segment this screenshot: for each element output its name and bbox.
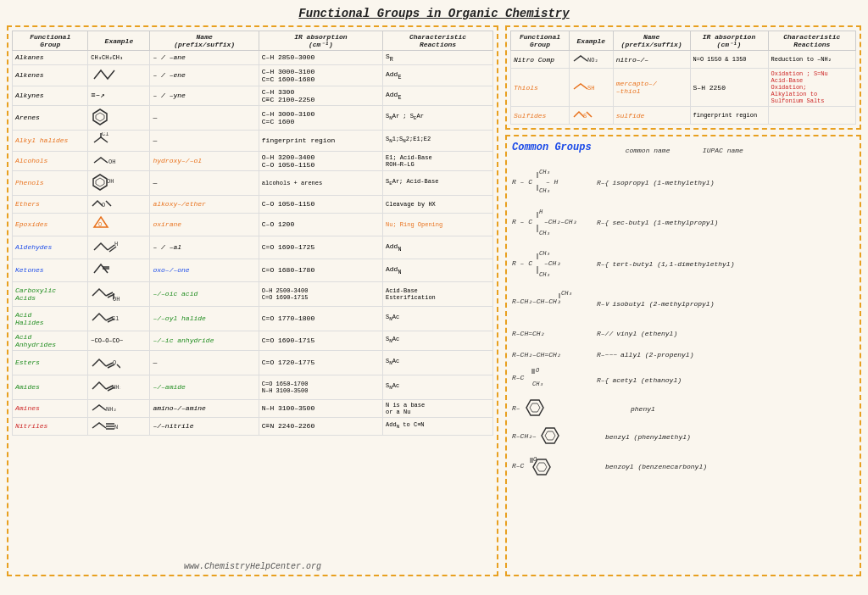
rt-col-reactions: CharacteristicReactions xyxy=(768,31,856,51)
list-item: R–C O CH₃ R–{ acetyl (ethanoyl) xyxy=(512,367,854,393)
reactions: N is a baseor a Nu xyxy=(383,399,493,417)
alcohol-structure: OH xyxy=(91,154,120,166)
ester-structure: O xyxy=(91,353,120,371)
right-panel: FunctionalGroup Example Name(prefix/suff… xyxy=(505,25,861,576)
col-reactions: CharacteristicReactions xyxy=(383,31,493,51)
common-groups-section: Common Groups common name IUPAC name R –… xyxy=(505,135,861,576)
group-name: Ethers xyxy=(13,195,88,213)
name: — xyxy=(150,130,259,151)
svg-text:R – C: R – C xyxy=(512,259,532,267)
reactions xyxy=(768,107,856,125)
reactions: AddN xyxy=(383,236,493,259)
reactions: E1; Acid-BaseROH→R–LG xyxy=(383,151,493,170)
tertbutyl-formula: R – C CH₃ CH₃ –CH₃ xyxy=(512,245,593,281)
reactions: SEAr; Acid-Base xyxy=(383,170,493,195)
group-name: AcidAnhydrides xyxy=(13,331,88,350)
name: – / –ene xyxy=(150,64,259,86)
name: hydroxy–/–ol xyxy=(150,151,259,170)
col-name: Name(prefix/suffix) xyxy=(150,31,259,51)
phenol-structure: OH xyxy=(91,173,120,192)
svg-text:R – C: R – C xyxy=(512,178,532,186)
list-item: R–CH₂–CH–CH₃ CH₃ R–∨ isobutyl (2-methylp… xyxy=(512,286,854,321)
phenyl-formula: R– xyxy=(512,397,563,419)
table-row: Alkenes – / –ene C–H 3000–3100C=C 1600–1… xyxy=(13,64,493,86)
svg-marker-1 xyxy=(96,113,104,121)
name: – / –yne xyxy=(150,86,259,105)
ir: fingerprint region xyxy=(690,107,768,125)
amine-structure: NH₂ xyxy=(91,402,120,414)
svg-text:OH: OH xyxy=(108,158,115,165)
svg-text:Cl: Cl xyxy=(112,315,119,322)
reactions: SNAc xyxy=(383,375,493,399)
right-top-table: FunctionalGroup Example Name(prefix/suff… xyxy=(510,31,856,125)
list-item: R – C CH₃ CH₃ – H R–{ isopropyl (1-methy… xyxy=(512,165,854,200)
nitro-structure: NO₂ xyxy=(572,53,604,64)
ir: fingerprint region xyxy=(259,130,382,151)
ir: N=O 1550 & 1350 xyxy=(690,51,768,69)
name: amino–/–amine xyxy=(150,399,259,417)
reactions: SN1;SN2;E1;E2 xyxy=(383,130,493,151)
example: O xyxy=(88,213,150,236)
nitrile-structure: N xyxy=(91,420,120,431)
reactions: AddN xyxy=(383,259,493,281)
svg-text:R–CH=CH₂: R–CH=CH₂ xyxy=(512,330,545,337)
ir: C–H 3300C≡C 2100–2250 xyxy=(259,86,382,105)
table-row: Alkanes CH₃CH₂CH₃ – / –ane C–H 2850–3000… xyxy=(13,51,493,65)
name: –/–oic acid xyxy=(150,281,259,306)
group-name: Arenes xyxy=(13,105,88,130)
reactions: AddN to C≡N xyxy=(383,417,493,435)
ir: C–O 1200 xyxy=(259,213,382,236)
svg-marker-76 xyxy=(537,463,547,471)
group-name: Aldehydes xyxy=(13,236,88,259)
name: –/–nitrile xyxy=(150,417,259,435)
col-example: Example xyxy=(88,31,150,51)
reactions: Reduction to –NH₂ xyxy=(768,51,856,69)
alkene-structure xyxy=(91,67,120,82)
example: Cl xyxy=(88,130,150,151)
group-name: Phenols xyxy=(13,170,88,195)
group-name: Sulfides xyxy=(511,107,570,125)
example: ~CO–O–CO~ xyxy=(88,331,150,350)
svg-text:H: H xyxy=(539,209,543,215)
svg-text:–CH₂–CH₃: –CH₂–CH₃ xyxy=(544,218,577,225)
svg-text:Cl: Cl xyxy=(102,132,108,137)
group-name: Nitro Comp xyxy=(511,51,570,69)
benzoyl-formula: R–C O xyxy=(512,453,576,478)
reactions: SR xyxy=(383,51,493,65)
svg-marker-66 xyxy=(526,400,543,415)
group-name: Nitriles xyxy=(13,417,88,435)
name: – / –al xyxy=(150,236,259,259)
svg-text:OH: OH xyxy=(113,296,120,303)
reactions: AddE xyxy=(383,86,493,105)
example xyxy=(88,64,150,86)
svg-text:R–: R– xyxy=(512,404,520,412)
example: NO₂ xyxy=(569,51,613,69)
list-item: R–CH=CH₂ R–// vinyl (ethenyl) xyxy=(512,325,854,342)
group-name: Esters xyxy=(13,350,88,375)
name: — xyxy=(150,170,259,195)
ir: C–H 3000–3100C=C 1600 xyxy=(259,105,382,130)
list-item: R–C O benzoyl (benzenecarbonyl) xyxy=(512,453,854,481)
table-row: Epoxides O oxirane C–O 1200 Nu; Ring Ope… xyxy=(13,213,493,236)
list-item: R – C H CH₃ –CH₂–CH₃ R–{ sec-butyl (1-me… xyxy=(512,203,854,242)
group-name: Thiols xyxy=(511,69,570,107)
svg-text:NH₂: NH₂ xyxy=(112,384,120,391)
benzene-ring xyxy=(91,108,109,126)
amide-structure: NH₂ xyxy=(91,377,120,396)
svg-text:R–CH₂–: R–CH₂– xyxy=(512,432,537,440)
ir: N–H 3100–3500 xyxy=(259,399,382,417)
example: OH xyxy=(88,151,150,170)
name: – / –ane xyxy=(150,51,259,65)
right-top-section: FunctionalGroup Example Name(prefix/suff… xyxy=(505,25,861,130)
ir: C≡N 2240–2260 xyxy=(259,417,382,435)
svg-text:CH₃: CH₃ xyxy=(532,381,543,387)
thiol-structure: SH xyxy=(572,81,602,92)
group-name: CarboxylicAcids xyxy=(13,281,88,306)
example: Cl xyxy=(88,306,150,331)
page-title: Functional Groups in Organic Chemistry xyxy=(7,7,861,20)
table-row: Alcohols OH hydroxy–/–ol O–H 3200–3400C–… xyxy=(13,151,493,170)
ir: C=O 1690–1725 xyxy=(259,236,382,259)
reactions: SNAc xyxy=(383,331,493,350)
benzyl-formula: R–CH₂– xyxy=(512,425,571,447)
left-panel: FunctionalGroup Example Name(prefix/suff… xyxy=(7,25,498,576)
